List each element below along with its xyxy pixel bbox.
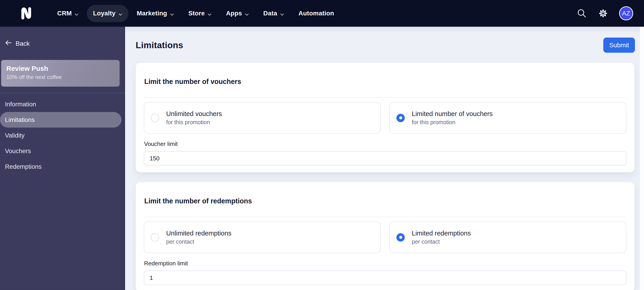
card-heading: Limit the number of redemptions <box>144 197 626 205</box>
option-unlimited-redemptions[interactable]: Unlimited redemptions per contact <box>144 222 381 253</box>
nav-item-label: Loyalty <box>93 10 115 17</box>
nav-item-label: Automation <box>298 10 334 17</box>
redemptions-limit-card: Limit the number of redemptions Unlimite… <box>136 182 634 290</box>
sidebar-menu: Information Limitations Validity Voucher… <box>0 96 125 174</box>
sidebar: Back Review Push 10% off the next coffee… <box>0 27 125 290</box>
chevron-down-icon <box>245 10 249 18</box>
voucher-limit-input[interactable] <box>144 151 626 166</box>
sidebar-item-label: Validity <box>5 132 25 139</box>
redemption-limit-options: Unlimited redemptions per contact Limite… <box>144 222 626 253</box>
option-subtitle: per contact <box>166 238 232 245</box>
scrollbar[interactable] <box>640 27 644 290</box>
nav-item-label: Store <box>188 10 205 17</box>
option-text: Unlimited redemptions per contact <box>166 230 232 245</box>
nav-item-loyalty[interactable]: Loyalty <box>87 5 128 22</box>
redemption-limit-input[interactable] <box>144 270 626 285</box>
gear-icon[interactable] <box>598 8 608 18</box>
back-button[interactable]: Back <box>5 40 30 47</box>
vouchers-limit-card: Limit the number of vouchers Unlimited v… <box>136 63 634 172</box>
promotion-title: Review Push <box>6 65 120 72</box>
nav-item-data[interactable]: Data <box>257 5 290 22</box>
option-subtitle: for this promotion <box>166 119 222 126</box>
nav-item-apps[interactable]: Apps <box>220 5 255 22</box>
promotion-subtitle: 10% off the next coffee <box>6 74 120 80</box>
chevron-down-icon <box>208 10 212 18</box>
option-title: Unlimited vouchers <box>166 110 222 118</box>
voucher-limit-options: Unlimited vouchers for this promotion Li… <box>144 102 626 134</box>
option-title: Limited redemptions <box>412 230 471 237</box>
chevron-down-icon <box>280 10 284 18</box>
option-text: Limited redemptions per contact <box>412 230 471 245</box>
card-divider <box>144 217 626 217</box>
brand-n-logo[interactable] <box>20 7 32 20</box>
card-divider <box>144 97 626 98</box>
page-header: Limitations Submit <box>136 38 635 53</box>
radio-unselected[interactable] <box>151 114 159 122</box>
radio-selected[interactable] <box>396 114 405 122</box>
option-text: Limited number of vouchers for this prom… <box>412 110 493 126</box>
sidebar-item-vouchers[interactable]: Vouchers <box>0 143 125 159</box>
search-icon[interactable] <box>576 8 587 18</box>
promotion-summary-card: Review Push 10% off the next coffee <box>1 60 120 87</box>
nav-item-label: CRM <box>57 10 72 17</box>
brand-n-logo-glyph <box>20 7 32 20</box>
nav-item-marketing[interactable]: Marketing <box>131 5 180 22</box>
option-subtitle: per contact <box>412 238 471 245</box>
primary-nav: CRM Loyalty Marketing Store Apps Data <box>51 5 340 22</box>
option-title: Limited number of vouchers <box>412 110 493 118</box>
nav-item-automation[interactable]: Automation <box>292 5 340 22</box>
sidebar-item-label: Limitations <box>5 116 34 123</box>
topbar-actions: AZ <box>576 6 633 20</box>
main-content: Limitations Submit Limit the number of v… <box>125 27 644 290</box>
radio-selected[interactable] <box>396 233 405 242</box>
option-title: Unlimited redemptions <box>166 230 232 237</box>
sidebar-item-label: Vouchers <box>5 148 31 154</box>
sidebar-item-limitations[interactable]: Limitations <box>0 112 122 128</box>
nav-item-label: Apps <box>226 10 242 17</box>
option-limited-redemptions[interactable]: Limited redemptions per contact <box>390 222 626 253</box>
voucher-limit-label: Voucher limit <box>144 140 626 148</box>
sidebar-item-label: Information <box>5 101 36 108</box>
app: CRM Loyalty Marketing Store Apps Data <box>0 0 644 290</box>
chevron-down-icon <box>170 10 174 18</box>
page-title: Limitations <box>136 40 183 50</box>
redemption-limit-label: Redemption limit <box>144 260 626 267</box>
submit-button[interactable]: Submit <box>603 38 635 53</box>
option-limited-vouchers[interactable]: Limited number of vouchers for this prom… <box>390 102 626 134</box>
sidebar-divider <box>0 93 125 94</box>
sidebar-item-information[interactable]: Information <box>0 96 125 112</box>
user-avatar[interactable]: AZ <box>619 6 633 20</box>
avatar-initials: AZ <box>622 10 630 17</box>
radio-unselected[interactable] <box>151 233 159 242</box>
nav-item-label: Data <box>263 10 277 17</box>
card-heading: Limit the number of vouchers <box>144 78 626 86</box>
option-subtitle: for this promotion <box>412 119 493 126</box>
sidebar-item-label: Redemptions <box>5 163 42 170</box>
top-nav: CRM Loyalty Marketing Store Apps Data <box>0 0 644 27</box>
body: Back Review Push 10% off the next coffee… <box>0 27 644 290</box>
option-unlimited-vouchers[interactable]: Unlimited vouchers for this promotion <box>144 102 381 134</box>
arrow-left-icon <box>5 40 12 47</box>
nav-item-crm[interactable]: CRM <box>51 5 84 22</box>
sidebar-item-validity[interactable]: Validity <box>0 128 125 143</box>
chevron-down-icon <box>74 10 78 18</box>
option-text: Unlimited vouchers for this promotion <box>166 110 222 126</box>
nav-item-store[interactable]: Store <box>182 5 218 22</box>
nav-item-label: Marketing <box>137 10 167 17</box>
back-label: Back <box>16 40 30 47</box>
sidebar-item-redemptions[interactable]: Redemptions <box>0 159 125 174</box>
chevron-down-icon <box>118 10 122 18</box>
